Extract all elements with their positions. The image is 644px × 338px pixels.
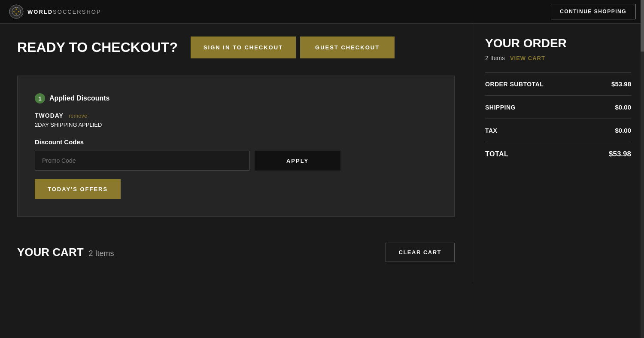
applied-discounts-header: 1 Applied Discounts — [35, 93, 437, 104]
your-cart-title: YOUR CART 2 Items — [17, 246, 114, 259]
order-shipping-row: SHIPPING $0.00 — [485, 95, 631, 119]
logo-text: WORLDSOCCERSHOP — [27, 8, 101, 15]
order-total-label: TOTAL — [485, 150, 508, 158]
ready-to-checkout-title: READY TO CHECKOUT? — [17, 40, 178, 55]
applied-discounts-title: Applied Discounts — [49, 94, 109, 102]
order-total-row: TOTAL $53.98 — [485, 142, 631, 166]
order-subtotal-row: ORDER SUBTOTAL $53.98 — [485, 72, 631, 95]
order-shipping-label: SHIPPING — [485, 104, 516, 111]
checkout-buttons: SIGN IN TO CHECKOUT GUEST CHECKOUT — [191, 37, 395, 58]
order-items-count: 2 Items — [485, 55, 505, 61]
logo-icon — [9, 4, 24, 19]
main-layout: READY TO CHECKOUT? SIGN IN TO CHECKOUT G… — [0, 24, 644, 283]
apply-promo-button[interactable]: APPLY — [255, 151, 340, 171]
continue-shopping-button[interactable]: CONTINUE SHOPPING — [551, 4, 635, 19]
discount-count-badge: 1 — [35, 93, 45, 104]
svg-point-0 — [9, 5, 23, 18]
order-total-value: $53.98 — [609, 150, 631, 158]
your-order-title: YOUR ORDER — [485, 37, 631, 50]
order-subtotal-value: $53.98 — [611, 80, 631, 88]
cart-items-count: 2 Items — [89, 249, 114, 258]
promo-code-input[interactable] — [35, 151, 249, 171]
order-shipping-value: $0.00 — [615, 104, 631, 111]
clear-cart-button[interactable]: CLEAR CART — [386, 243, 455, 262]
order-tax-label: TAX — [485, 127, 497, 134]
order-subtotal-label: ORDER SUBTOTAL — [485, 81, 544, 88]
view-cart-link[interactable]: VIEW CART — [510, 55, 545, 61]
your-cart-label: YOUR CART — [17, 246, 84, 259]
sign-in-checkout-button[interactable]: SIGN IN TO CHECKOUT — [191, 37, 296, 58]
order-items-row: 2 Items VIEW CART — [485, 55, 631, 61]
scrollbar[interactable] — [641, 0, 644, 338]
checkout-section: READY TO CHECKOUT? SIGN IN TO CHECKOUT G… — [17, 37, 455, 58]
content-area: READY TO CHECKOUT? SIGN IN TO CHECKOUT G… — [0, 24, 472, 283]
your-cart-section: YOUR CART 2 Items CLEAR CART — [17, 234, 455, 271]
discount-description: 2DAY SHIPPING APPLIED — [35, 122, 437, 128]
promo-row: APPLY — [35, 151, 437, 171]
discount-code-name: TWODAY — [35, 112, 64, 119]
discount-code-row: TWODAY remove — [35, 112, 437, 119]
order-sidebar: YOUR ORDER 2 Items VIEW CART ORDER SUBTO… — [472, 24, 644, 283]
scrollbar-thumb[interactable] — [641, 0, 644, 52]
discount-codes-label: Discount Codes — [35, 138, 437, 146]
remove-discount-link[interactable]: remove — [69, 113, 87, 119]
logo-area: WORLDSOCCERSHOP — [9, 4, 101, 19]
discount-panel: 1 Applied Discounts TWODAY remove 2DAY S… — [17, 76, 455, 217]
site-header: WORLDSOCCERSHOP CONTINUE SHOPPING — [0, 0, 644, 24]
order-tax-value: $0.00 — [615, 127, 631, 134]
guest-checkout-button[interactable]: GUEST CHECKOUT — [300, 37, 395, 58]
order-tax-row: TAX $0.00 — [485, 119, 631, 142]
todays-offers-button[interactable]: TODAY'S OFFERS — [35, 179, 121, 199]
